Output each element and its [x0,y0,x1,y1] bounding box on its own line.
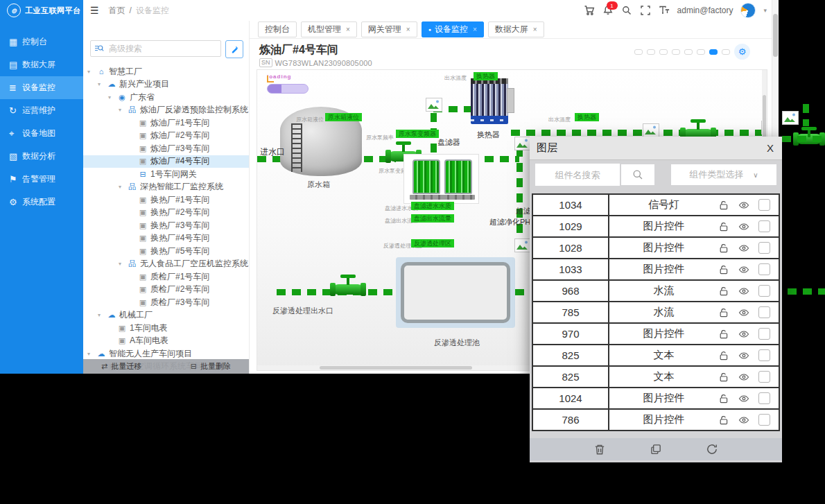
layer-checkbox[interactable] [758,285,770,297]
unlock-icon[interactable] [718,286,729,297]
layer-row[interactable]: 785 水流 [533,302,779,324]
tree-caret-icon[interactable]: ▾ [108,94,116,101]
tree-node[interactable]: ▾ ▣ 质检厂#2号车间 [83,284,249,297]
layer-row[interactable]: 1029 图片控件 [533,216,779,238]
layer-row[interactable]: 1028 图片控件 [533,238,779,259]
sidebar-item[interactable]: ⚙ 系统配置 [0,191,83,214]
layer-checkbox[interactable] [758,392,770,404]
tree-node[interactable]: ▾ ▣ 换热厂#4号车间 [83,232,249,245]
tree-node[interactable]: ▾ ▣ 换热厂#2号车间 [83,207,249,220]
tree-node[interactable]: ▾ ☁ 智能无人生产车间项目 [83,347,249,360]
tree-node[interactable]: ▾ ☁ 机械工厂 [83,309,249,322]
layer-row[interactable]: 970 图片控件 [533,324,779,345]
tree-node[interactable]: ▾ ▣ 炼油厂#4号车间 [83,155,249,168]
nav-tab[interactable]: ● 设备监控 × [422,21,484,37]
eye-icon[interactable] [738,350,749,361]
tree-caret-icon[interactable]: ▾ [119,184,127,190]
close-icon[interactable]: X [767,142,774,154]
eye-icon[interactable] [738,264,749,275]
tree-node[interactable]: ▾ 品 炼油厂反渗透预除盐控制系统 [83,104,249,117]
eye-icon[interactable] [738,329,749,340]
tree-node[interactable]: ▾ ◉ 广东省 [83,91,249,104]
breadcrumb-home[interactable]: 首页 [109,5,125,17]
unlock-icon[interactable] [718,350,729,361]
batch-migrate-button[interactable]: ⇄ 批量迁移 [101,361,141,372]
layer-checkbox[interactable] [758,220,770,232]
unlock-icon[interactable] [718,264,729,275]
unlock-icon[interactable] [718,307,729,318]
device-tab-button[interactable] [647,49,655,55]
device-tab-button[interactable] [709,49,718,55]
sidebar-item[interactable]: ⌖ 设备地图 [0,122,83,145]
layer-row[interactable]: 968 水流 [533,281,779,302]
tab-close-icon[interactable]: × [473,26,477,33]
layer-row[interactable]: 825 文本 [533,367,779,388]
unlock-icon[interactable] [718,243,729,254]
sidebar-item[interactable]: ≣ 设备监控 [0,76,83,99]
tree-node[interactable]: ▾ ▣ 炼油厂#1号车间 [83,116,249,130]
layer-checkbox[interactable] [758,371,770,383]
unlock-icon[interactable] [718,329,729,340]
tab-close-icon[interactable]: × [533,26,537,33]
tree-caret-icon[interactable]: ▾ [119,107,127,113]
scrollbar-thumb[interactable] [773,14,778,57]
layer-checkbox[interactable] [758,306,770,318]
tree-node[interactable]: ▾ ⌂ 智慧工厂 [83,65,249,78]
tab-close-icon[interactable]: × [346,26,350,33]
layer-checkbox[interactable] [758,414,770,426]
eye-icon[interactable] [738,200,749,211]
font-size-icon[interactable] [659,5,670,16]
tree-node[interactable]: ▾ ▣ 换热厂#5号车间 [83,245,249,258]
batch-delete-button[interactable]: ⊟ 批量删除 [191,361,231,372]
layer-checkbox[interactable] [758,349,770,361]
nav-tab[interactable]: 机型管理 × [301,21,357,37]
search-icon[interactable] [621,5,632,16]
component-type-select[interactable]: 组件类型选择 ∨ [671,164,776,185]
fullscreen-icon[interactable] [640,5,651,16]
layer-checkbox[interactable] [758,242,770,254]
layer-row[interactable]: 825 文本 [533,345,779,367]
tree-node[interactable]: ▾ ▣ 1车间电表 [83,322,249,335]
tree-node[interactable]: ▾ ▣ 换热厂#3号车间 [83,219,249,232]
nav-tab[interactable]: 网关管理 × [361,21,417,37]
eye-icon[interactable] [738,307,749,318]
device-tab-button[interactable] [672,49,680,55]
eye-icon[interactable] [738,243,749,254]
unlock-icon[interactable] [718,200,729,211]
tree-node[interactable]: ▾ ▣ A车间电表 [83,335,249,348]
eye-icon[interactable] [738,415,749,426]
sidebar-item[interactable]: ▤ 数据大屏 [0,53,83,76]
tree-node[interactable]: ▾ ▣ 质检厂#3号车间 [83,296,249,309]
device-tab-button[interactable] [722,49,730,55]
tree-search-input[interactable] [90,40,221,57]
layers-panel-header[interactable]: 图层 X [530,137,782,160]
copy-icon[interactable] [650,443,662,455]
tree-node[interactable]: ▾ ▣ 炼油厂#3号车间 [83,142,249,155]
tree-node[interactable]: ▾ ▣ 炼油厂#2号车间 [83,130,249,143]
tree-caret-icon[interactable]: ▾ [119,261,127,267]
notification-bell[interactable]: 1 [602,5,614,16]
nav-tab[interactable]: 数据大屏 × [488,21,544,37]
layer-row[interactable]: 1024 图片控件 [533,388,779,410]
collapse-menu-icon[interactable]: ☰ [90,5,99,16]
tree-edit-button[interactable] [225,40,243,58]
layer-checkbox[interactable] [758,263,770,275]
trash-icon[interactable] [593,443,606,455]
tree-caret-icon[interactable]: ▾ [98,81,106,87]
component-search-button[interactable] [621,164,654,185]
tree-node[interactable]: ▾ ⊟ 1号车间网关 [83,168,249,181]
tree-node[interactable]: ▾ ▣ 质检厂#1号车间 [83,270,249,284]
eye-icon[interactable] [738,372,749,383]
layer-checkbox[interactable] [758,328,770,340]
unlock-icon[interactable] [718,415,729,426]
unlock-icon[interactable] [718,393,729,404]
tree-caret-icon[interactable]: ▾ [87,69,96,75]
tab-close-icon[interactable]: × [406,26,410,33]
layer-row[interactable]: 1034 信号灯 [533,195,779,216]
device-tab-button[interactable] [659,49,668,55]
device-tab-button[interactable] [684,49,693,55]
unlock-icon[interactable] [718,372,729,383]
tree-caret-icon[interactable]: ▾ [87,351,96,357]
tree-node[interactable]: ▾ ☁ 新兴产业项目 [83,78,249,92]
sidebar-item[interactable]: ▦ 控制台 [0,31,83,53]
